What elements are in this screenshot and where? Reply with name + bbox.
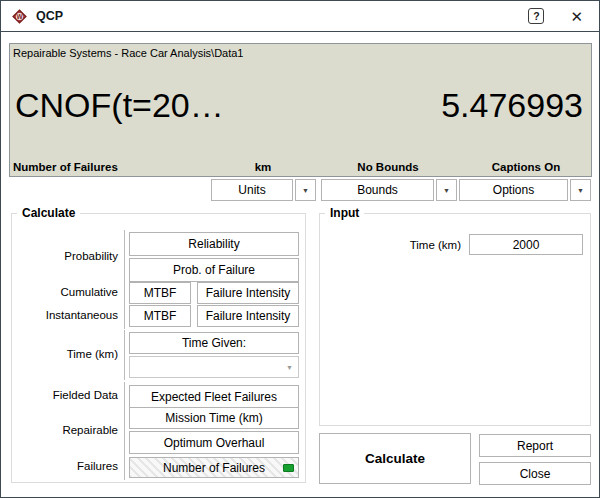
number-of-failures-button[interactable]: Number of Failures xyxy=(129,457,299,478)
status-bounds-label: No Bounds xyxy=(357,161,418,173)
mission-time-button[interactable]: Mission Time (km) xyxy=(129,407,299,429)
status-captions-label: Captions On xyxy=(492,161,560,173)
time-input-label: Time (km) xyxy=(353,239,461,251)
svg-text:W: W xyxy=(16,12,23,19)
close-icon: ✕ xyxy=(570,8,583,25)
label-separator xyxy=(124,303,125,329)
app-icon: W xyxy=(11,8,28,25)
label-instantaneous: Instantaneous xyxy=(11,309,118,321)
mtbf-instantaneous-button[interactable]: MTBF xyxy=(129,305,191,327)
help-icon: ? xyxy=(533,10,539,22)
failure-intensity-instantaneous-button[interactable]: Failure Intensity xyxy=(197,305,299,327)
chevron-down-icon: ▼ xyxy=(302,187,309,194)
label-time: Time (km) xyxy=(11,348,118,360)
calculate-button[interactable]: Calculate xyxy=(319,433,471,484)
bounds-dropdown-button[interactable]: ▼ xyxy=(436,179,457,201)
expected-fleet-failures-button[interactable]: Expected Fleet Failures xyxy=(129,385,299,408)
result-value: 5.476993 xyxy=(441,86,583,125)
options-dropdown-button[interactable]: ▼ xyxy=(570,179,591,201)
status-units-label: km xyxy=(255,161,272,173)
selected-indicator xyxy=(283,464,294,472)
time-input[interactable] xyxy=(469,234,583,255)
failure-intensity-cumulative-button[interactable]: Failure Intensity xyxy=(197,282,299,304)
chevron-down-icon: ▼ xyxy=(443,187,450,194)
label-probability: Probability xyxy=(11,250,118,262)
result-display: Repairable Systems - Race Car Analysis\D… xyxy=(9,43,592,177)
bounds-button[interactable]: Bounds xyxy=(321,179,434,201)
label-separator xyxy=(124,454,125,480)
label-separator xyxy=(124,330,125,380)
label-separator xyxy=(124,405,125,456)
function-label: CNOF(t=20… xyxy=(15,86,224,125)
label-cumulative: Cumulative xyxy=(11,286,118,298)
calculate-group-title: Calculate xyxy=(17,206,80,220)
number-of-failures-label: Number of Failures xyxy=(163,461,265,475)
input-group-title: Input xyxy=(325,206,364,220)
time-units-combobox[interactable]: ▼ xyxy=(129,356,299,378)
combo-arrow-icon: ▼ xyxy=(286,364,293,371)
units-dropdown-button[interactable]: ▼ xyxy=(295,179,316,201)
close-button[interactable]: ✕ xyxy=(570,9,583,24)
label-separator xyxy=(124,230,125,285)
label-repairable: Repairable xyxy=(11,424,118,436)
dataset-path: Repairable Systems - Race Car Analysis\D… xyxy=(13,47,243,59)
options-split-button: Options ▼ xyxy=(459,179,591,201)
prob-of-failure-button[interactable]: Prob. of Failure xyxy=(129,258,299,282)
units-split-button: Units ▼ xyxy=(211,179,316,201)
titlebar: W QCP ? ✕ xyxy=(1,1,599,32)
reliability-button[interactable]: Reliability xyxy=(129,232,299,256)
qcp-window: W QCP ? ✕ Repairable Systems - Race Car … xyxy=(0,0,600,498)
optimum-overhaul-button[interactable]: Optimum Overhaul xyxy=(129,431,299,454)
chevron-down-icon: ▼ xyxy=(577,187,584,194)
label-failures: Failures xyxy=(11,460,118,472)
label-fielded-data: Fielded Data xyxy=(11,389,118,401)
window-title: QCP xyxy=(36,9,63,23)
status-metric-label: Number of Failures xyxy=(13,161,118,173)
units-button[interactable]: Units xyxy=(211,179,293,201)
help-button[interactable]: ? xyxy=(528,8,544,24)
result-row: CNOF(t=20… 5.476993 xyxy=(15,86,583,125)
time-given-button[interactable]: Time Given: xyxy=(129,332,299,354)
mtbf-cumulative-button[interactable]: MTBF xyxy=(129,282,191,304)
report-button[interactable]: Report xyxy=(479,434,591,457)
options-button[interactable]: Options xyxy=(459,179,568,201)
close-action-button[interactable]: Close xyxy=(479,462,591,485)
bounds-split-button: Bounds ▼ xyxy=(321,179,457,201)
